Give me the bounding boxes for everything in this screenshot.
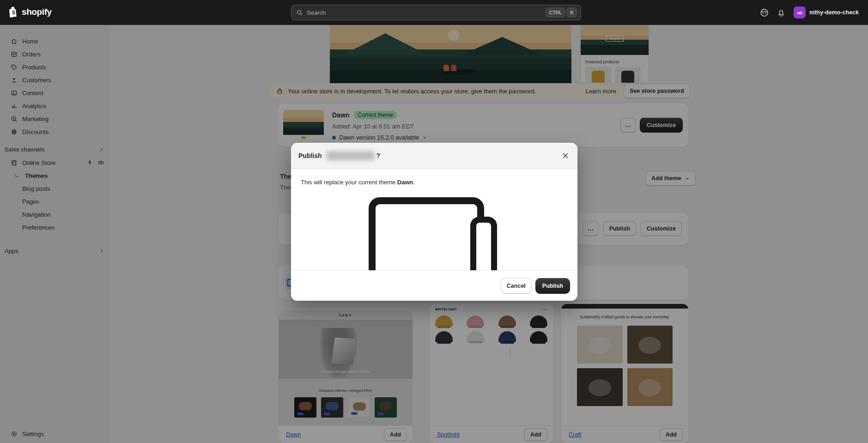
cancel-button[interactable]: Cancel (501, 278, 532, 294)
close-button[interactable] (559, 149, 572, 162)
k-keycap: K (567, 8, 577, 17)
search-shortcut: CTRL K (546, 8, 577, 17)
shopify-admin: S shopify CTRL K (0, 0, 868, 443)
topbar: S shopify CTRL K (0, 0, 868, 25)
replaced-theme-name: Dawn (397, 179, 413, 186)
search-icon (296, 9, 303, 16)
assistant-icon[interactable] (760, 8, 769, 17)
shopify-bag-icon: S (7, 6, 18, 18)
modal-header: Publish ? (291, 143, 577, 169)
publish-theme-modal: Publish ? This will replace your current… (291, 143, 577, 301)
search-input[interactable] (307, 9, 546, 16)
global-search[interactable]: CTRL K (291, 5, 581, 20)
shopify-wordmark: shopify (22, 7, 52, 17)
avatar: nit (794, 6, 806, 18)
modal-footer: Cancel Publish (291, 270, 577, 301)
store-name: nithy-demo-check (809, 9, 859, 16)
close-icon (562, 152, 569, 159)
phone-frame-illustration (470, 217, 497, 270)
modal-title: Publish ? (298, 151, 380, 160)
notifications-bell-icon[interactable] (777, 8, 785, 17)
redacted-theme-name (327, 151, 375, 160)
svg-text:S: S (12, 10, 15, 15)
shopify-logo[interactable]: S shopify (7, 6, 52, 18)
user-menu[interactable]: nit nithy-demo-check (794, 6, 859, 18)
publish-illustration (291, 191, 577, 270)
ctrl-keycap: CTRL (546, 8, 565, 17)
desktop-frame-illustration (369, 197, 484, 270)
modal-body-text: This will replace your current theme Daw… (301, 179, 415, 186)
publish-button[interactable]: Publish (535, 278, 570, 294)
